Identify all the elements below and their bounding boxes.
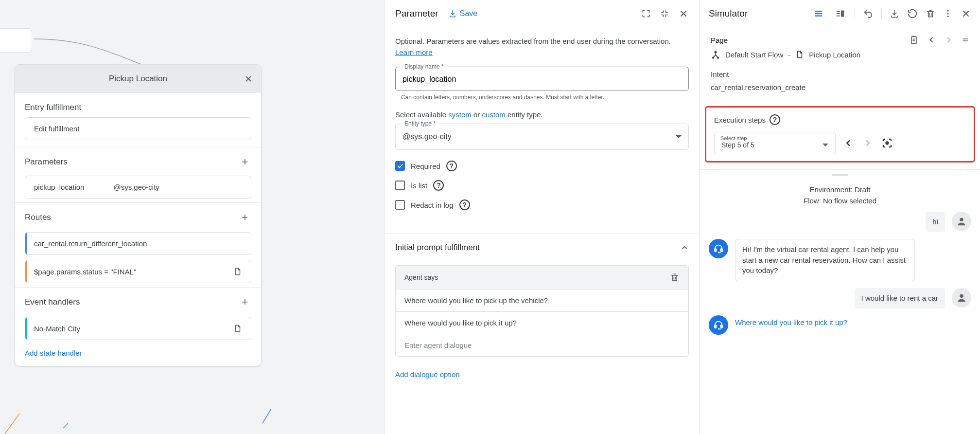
flow-name[interactable]: Default Start Flow [725, 51, 783, 59]
display-name-label: Display name * [402, 63, 447, 70]
more-icon[interactable] [943, 9, 953, 18]
redact-checkbox[interactable] [395, 200, 405, 210]
parameter-row[interactable]: pickup_location @sys.geo-city [25, 176, 251, 199]
delete-icon[interactable] [926, 9, 935, 18]
add-event-handler-button[interactable]: + [239, 296, 251, 308]
environment-line: Environment: Draft [709, 185, 971, 194]
event-label: No-Match City [34, 325, 80, 333]
svg-point-7 [717, 57, 719, 59]
drag-handle[interactable] [700, 174, 980, 176]
route-label: car_rental.return_different_location [34, 239, 147, 248]
display-name-help: Can contain letters, numbers, underscore… [401, 94, 689, 101]
svg-point-6 [712, 57, 714, 59]
view-list-icon[interactable] [812, 8, 825, 19]
agent-avatar-icon [709, 239, 728, 258]
separator [881, 8, 882, 19]
entity-type-select[interactable]: Entity type * @sys.geo-city [395, 124, 689, 150]
user-message: I would like to rent a car [709, 288, 971, 308]
undo-icon[interactable] [863, 8, 874, 19]
exit-fullscreen-icon[interactable] [660, 9, 669, 18]
custom-entities-link[interactable]: custom [482, 110, 505, 119]
entry-fulfillment-heading: Entry fulfillment [25, 103, 81, 112]
step-select[interactable]: Select step Step 5 of 5 [714, 132, 836, 154]
svg-rect-11 [721, 249, 723, 252]
page-icon [233, 267, 242, 276]
entity-type-value: @sys.geo-city [402, 132, 452, 141]
close-icon[interactable] [961, 8, 971, 19]
dialogue-row[interactable]: Where would you like to pick up the vehi… [396, 289, 688, 311]
svg-point-3 [947, 16, 948, 17]
page-label: Page [711, 36, 728, 44]
route-item[interactable]: car_rental.return_different_location [25, 232, 251, 255]
edit-fulfillment-button[interactable]: Edit fulfillment [25, 117, 251, 140]
entity-type-label: Entity type * [402, 120, 438, 127]
help-icon[interactable]: ? [770, 114, 780, 125]
dialogue-input[interactable]: Enter agent dialogue [396, 334, 688, 356]
view-detail-icon[interactable] [833, 8, 847, 19]
node-title: Pickup Location [109, 74, 167, 84]
collapse-icon[interactable] [962, 36, 969, 44]
user-message: hi [709, 212, 971, 232]
step-next-button[interactable] [861, 136, 875, 150]
svg-rect-4 [911, 36, 916, 43]
initial-prompt-section[interactable]: Initial prompt fulfillment [385, 234, 700, 261]
add-route-button[interactable]: + [239, 211, 251, 224]
event-handler-item[interactable]: No-Match City [25, 317, 251, 340]
chevron-right-icon[interactable] [944, 35, 954, 45]
agent-says-box: Agent says Where would you like to pick … [395, 265, 689, 357]
add-dialogue-option-link[interactable]: Add dialogue option [385, 359, 700, 390]
user-avatar-icon [952, 288, 971, 307]
dialogue-row[interactable]: Where would you like to pick it up? [396, 311, 688, 334]
agent-bubble: Hi! I'm the virtual car rental agent. I … [735, 239, 915, 281]
add-state-handler-link[interactable]: Add state handler [15, 344, 261, 357]
save-button[interactable]: Save [448, 9, 477, 18]
display-name-input[interactable] [396, 67, 688, 90]
system-entities-link[interactable]: system [448, 110, 472, 119]
step-select-value: Step 5 of 5 [721, 141, 754, 149]
svg-rect-13 [715, 325, 717, 328]
clipboard-icon[interactable] [909, 35, 919, 45]
flow-canvas[interactable]: Pickup Location Entry fulfillment Edit f… [0, 0, 384, 434]
focus-icon[interactable] [880, 136, 894, 150]
svg-point-5 [715, 51, 717, 54]
redact-label: Redact in log [411, 201, 454, 209]
add-parameter-button[interactable]: + [239, 156, 251, 168]
step-prev-button[interactable] [841, 136, 855, 150]
reset-icon[interactable] [907, 8, 918, 19]
svg-point-1 [947, 10, 948, 12]
agent-message: Where would you like to pick it up? [709, 315, 971, 335]
svg-point-9 [960, 218, 963, 221]
page-icon [233, 324, 242, 333]
page-name[interactable]: Pickup Location [809, 51, 860, 59]
svg-point-2 [947, 13, 948, 14]
svg-point-12 [960, 294, 963, 298]
agent-prompt-link[interactable]: Where would you like to pick it up? [735, 315, 847, 330]
intent-heading: Intent [711, 70, 969, 78]
chevron-left-icon[interactable] [927, 35, 936, 45]
learn-more-link[interactable]: Learn more [395, 48, 433, 56]
download-icon[interactable] [890, 9, 899, 18]
user-bubble: I would like to rent a car [855, 288, 945, 308]
is-list-checkbox[interactable] [395, 181, 405, 190]
collapsed-node[interactable] [0, 28, 32, 53]
parameter-panel: Parameter Save Optional. Parameters [384, 0, 700, 434]
is-list-label: Is list [411, 181, 427, 190]
save-label: Save [460, 9, 477, 18]
help-icon[interactable]: ? [446, 161, 457, 171]
required-checkbox[interactable] [395, 161, 405, 171]
help-icon[interactable]: ? [433, 180, 444, 191]
event-handlers-heading: Event handlers [25, 297, 80, 307]
simulator-panel: Simulator [700, 0, 980, 434]
close-icon[interactable] [244, 74, 253, 84]
route-label: $page.params.status = "FINAL" [34, 268, 136, 276]
display-name-field[interactable]: Display name * [395, 67, 689, 91]
parameter-type: @sys.geo-city [113, 183, 159, 191]
fullscreen-icon[interactable] [641, 9, 651, 18]
route-item[interactable]: $page.params.status = "FINAL" [25, 260, 251, 283]
close-icon[interactable] [678, 8, 689, 19]
execution-steps-box: Execution steps ? Select step Step 5 of … [705, 106, 975, 163]
help-icon[interactable]: ? [459, 199, 470, 210]
routes-heading: Routes [25, 213, 51, 222]
flow-mini-icon [711, 50, 720, 59]
delete-icon[interactable] [670, 272, 680, 282]
